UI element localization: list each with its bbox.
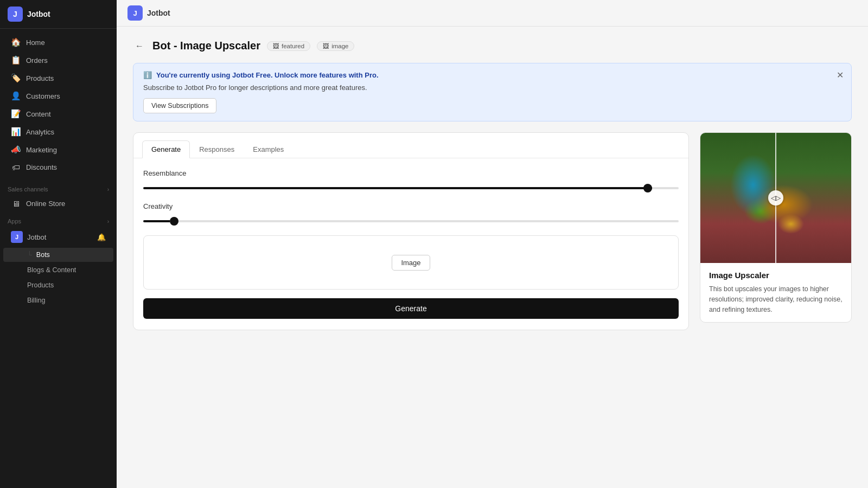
products-icon: 🏷️ [11, 73, 21, 83]
sidebar-item-online-store-label: Online Store [26, 200, 65, 208]
featured-icon: 🖼 [273, 43, 279, 49]
left-panel: Generate Responses Examples Resemblance … [133, 132, 689, 330]
upload-image-button[interactable]: Image [392, 255, 430, 271]
card-title: Image Upscaler [709, 271, 843, 280]
sidebar-subitem-products-label: Products [27, 281, 54, 289]
upload-area[interactable]: Image [143, 235, 679, 290]
card-body: Image Upscaler This bot upscales your im… [700, 263, 851, 322]
sidebar-item-content[interactable]: 📝 Content [3, 105, 113, 123]
page-header: ← Bot - Image Upscaler 🖼 featured 🖼 imag… [133, 40, 852, 52]
sidebar-app-title: Jotbot [27, 10, 50, 18]
online-store-icon: 🖥 [11, 199, 21, 208]
apps-label: Apps [8, 218, 21, 224]
orders-icon: 📋 [11, 55, 21, 65]
sidebar-item-home[interactable]: 🏠 Home [3, 34, 113, 51]
analytics-icon: 📊 [11, 127, 21, 137]
sidebar-item-analytics[interactable]: 📊 Analytics [3, 123, 113, 140]
resemblance-slider[interactable] [143, 187, 679, 189]
card-description: This bot upscales your images to higher … [709, 284, 843, 314]
two-col-layout: Generate Responses Examples Resemblance … [133, 132, 852, 330]
discounts-icon: 🏷 [11, 163, 21, 172]
sidebar-subitem-blogs-label: Blogs & Content [27, 266, 76, 274]
sidebar-item-marketing[interactable]: 📣 Marketing [3, 141, 113, 158]
generate-button[interactable]: Generate [143, 298, 679, 319]
sidebar-item-discounts-label: Discounts [26, 163, 57, 171]
compare-handle[interactable]: ◁▷ [768, 190, 783, 206]
topbar-title: Jotbot [147, 9, 170, 17]
info-banner: ℹ️ You're currently using Jotbot Free. U… [133, 63, 852, 121]
sidebar-item-customers-label: Customers [26, 92, 60, 100]
sidebar-item-orders[interactable]: 📋 Orders [3, 52, 113, 69]
close-banner-button[interactable]: ✕ [837, 70, 844, 80]
sidebar-subitem-billing-label: Billing [27, 297, 45, 304]
customers-icon: 👤 [11, 91, 21, 101]
topbar-logo-icon: J [127, 5, 143, 21]
sidebar-subitem-blogs-content[interactable]: Blogs & Content [3, 263, 113, 277]
info-banner-title: You're currently using Jotbot Free. Unlo… [156, 71, 379, 79]
sidebar-item-online-store[interactable]: 🖥 Online Store [3, 195, 113, 212]
resemblance-label: Resemblance [143, 169, 679, 177]
sidebar-subitem-billing[interactable]: Billing [3, 293, 113, 307]
sidebar-item-discounts[interactable]: 🏷 Discounts [3, 159, 113, 176]
content-icon: 📝 [11, 109, 21, 119]
sidebar-item-home-label: Home [26, 38, 45, 47]
sidebar-item-content-label: Content [26, 110, 51, 118]
sidebar-header: J Jotbot [0, 0, 117, 29]
sidebar-item-products-label: Products [26, 74, 54, 82]
sidebar-nav: 🏠 Home 📋 Orders 🏷️ Products 👤 Customers … [0, 29, 117, 181]
sidebar-item-jotbot[interactable]: J Jotbot 🔔 [3, 227, 113, 247]
image-icon: 🖼 [323, 43, 329, 49]
bell-icon: 🔔 [97, 233, 106, 241]
info-banner-header: ℹ️ You're currently using Jotbot Free. U… [143, 71, 841, 79]
tab-examples[interactable]: Examples [244, 140, 293, 158]
page-content: ← Bot - Image Upscaler 🖼 featured 🖼 imag… [117, 27, 868, 488]
right-panel: ◁▷ Image Upscaler This bot upscales your… [700, 132, 852, 323]
image-preview: ◁▷ [700, 133, 851, 263]
tab-responses[interactable]: Responses [190, 140, 244, 158]
tree-line: └ [27, 251, 32, 259]
jotbot-logo-icon: J [11, 231, 23, 243]
sidebar-logo-icon: J [8, 7, 23, 22]
creativity-label: Creativity [143, 202, 679, 210]
sidebar-subitem-products[interactable]: Products [3, 278, 113, 292]
image-tag: 🖼 image [317, 41, 354, 51]
panel-body: Resemblance Creativity Image Generate [133, 158, 688, 330]
apps-section: Apps › [0, 213, 117, 227]
creativity-slider-group: Creativity [143, 202, 679, 224]
apps-chevron-icon[interactable]: › [107, 219, 109, 224]
sidebar-subitem-bots-label: Bots [36, 251, 50, 259]
back-button[interactable]: ← [133, 40, 146, 52]
page-title: Bot - Image Upscaler [152, 40, 260, 52]
sales-channels-section: Sales channels › [0, 181, 117, 195]
info-icon: ℹ️ [143, 71, 152, 79]
resemblance-slider-group: Resemblance [143, 169, 679, 191]
topbar: J Jotbot [117, 0, 868, 27]
jotbot-left: J Jotbot [11, 231, 46, 243]
sidebar-subitem-bots[interactable]: └ Bots [3, 248, 113, 262]
creativity-slider[interactable] [143, 220, 679, 222]
sales-channels-chevron-icon[interactable]: › [107, 187, 109, 192]
tabs: Generate Responses Examples [133, 133, 688, 158]
sidebar-item-products[interactable]: 🏷️ Products [3, 69, 113, 87]
sales-channels-label: Sales channels [8, 186, 48, 192]
home-icon: 🏠 [11, 37, 21, 47]
tab-generate[interactable]: Generate [142, 140, 190, 158]
sidebar-item-customers[interactable]: 👤 Customers [3, 87, 113, 105]
main-content: J Jotbot ← Bot - Image Upscaler 🖼 featur… [117, 0, 868, 488]
sidebar-item-jotbot-label: Jotbot [27, 233, 46, 241]
sidebar-item-analytics-label: Analytics [26, 128, 54, 136]
featured-tag: 🖼 featured [267, 41, 310, 51]
info-banner-text: Subscribe to Jotbot Pro for longer descr… [143, 84, 841, 92]
sidebar: J Jotbot 🏠 Home 📋 Orders 🏷️ Products 👤 C… [0, 0, 117, 488]
sidebar-item-orders-label: Orders [26, 56, 48, 65]
marketing-icon: 📣 [11, 145, 21, 155]
view-subscriptions-button[interactable]: View Subscriptions [143, 98, 216, 113]
sidebar-item-marketing-label: Marketing [26, 146, 57, 154]
